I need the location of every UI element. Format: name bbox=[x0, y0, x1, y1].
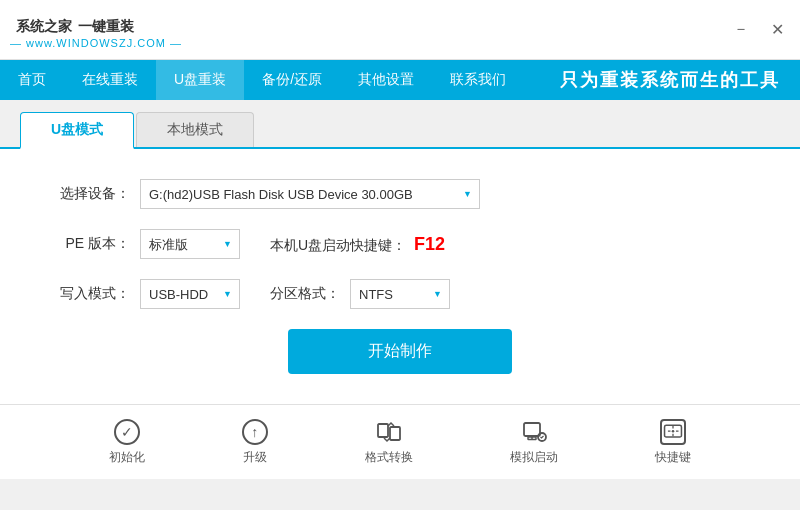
partition-select-wrapper[interactable]: NTFS bbox=[350, 279, 450, 309]
pe-version-label: PE 版本： bbox=[50, 235, 130, 253]
pe-version-select[interactable]: 标准版 bbox=[140, 229, 240, 259]
minimize-button[interactable]: － bbox=[727, 17, 755, 42]
svg-rect-2 bbox=[524, 423, 540, 436]
device-label: 选择设备： bbox=[50, 185, 130, 203]
svg-point-7 bbox=[672, 429, 675, 432]
app-name: 系统之家一键重装 bbox=[10, 11, 182, 37]
app-url: — www.WINDOWSZJ.COM — bbox=[10, 37, 182, 49]
write-label: 写入模式： bbox=[50, 285, 130, 303]
nav-bar: 首页 在线重装 U盘重装 备份/还原 其他设置 联系我们 只为重装系统而生的工具 bbox=[0, 60, 800, 100]
start-button[interactable]: 开始制作 bbox=[288, 329, 512, 374]
nav-item-backup[interactable]: 备份/还原 bbox=[244, 60, 340, 100]
nav-item-usb[interactable]: U盘重装 bbox=[156, 60, 244, 100]
btn-row: 开始制作 bbox=[50, 329, 750, 374]
initialize-label: 初始化 bbox=[109, 449, 145, 466]
app-branding: 系统之家一键重装 — www.WINDOWSZJ.COM — bbox=[10, 11, 182, 49]
tool-format-convert[interactable]: 格式转换 bbox=[365, 419, 413, 466]
shortcut-info: 本机U盘启动快捷键： F12 bbox=[270, 234, 445, 255]
shortcut-label: 本机U盘启动快捷键： bbox=[270, 237, 406, 253]
tool-simulate[interactable]: 模拟启动 bbox=[510, 419, 558, 466]
nav-item-home[interactable]: 首页 bbox=[0, 60, 64, 100]
simulate-icon bbox=[521, 419, 547, 445]
tool-initialize[interactable]: ✓ 初始化 bbox=[109, 419, 145, 466]
pe-version-row: PE 版本： 标准版 本机U盘启动快捷键： F12 bbox=[50, 229, 750, 259]
bottom-toolbar: ✓ 初始化 ↑ 升级 格式转换 bbox=[0, 404, 800, 479]
upgrade-label: 升级 bbox=[243, 449, 267, 466]
format-convert-icon bbox=[376, 419, 402, 445]
partition-select[interactable]: NTFS bbox=[350, 279, 450, 309]
title-bar: 系统之家一键重装 — www.WINDOWSZJ.COM — － ✕ bbox=[0, 0, 800, 60]
format-convert-label: 格式转换 bbox=[365, 449, 413, 466]
nav-items: 首页 在线重装 U盘重装 备份/还原 其他设置 联系我们 bbox=[0, 60, 560, 100]
app-name-text: 系统之家 bbox=[16, 18, 72, 34]
initialize-icon: ✓ bbox=[114, 419, 140, 445]
shortcut-key: F12 bbox=[414, 234, 445, 254]
nav-item-settings[interactable]: 其他设置 bbox=[340, 60, 432, 100]
nav-item-online[interactable]: 在线重装 bbox=[64, 60, 156, 100]
tab-local-mode[interactable]: 本地模式 bbox=[136, 112, 254, 147]
pe-version-select-wrapper[interactable]: 标准版 bbox=[140, 229, 240, 259]
tool-shortcut[interactable]: 快捷键 bbox=[655, 419, 691, 466]
device-row: 选择设备： G:(hd2)USB Flash Disk USB Device 3… bbox=[50, 179, 750, 209]
nav-item-contact[interactable]: 联系我们 bbox=[432, 60, 524, 100]
device-select-wrapper[interactable]: G:(hd2)USB Flash Disk USB Device 30.00GB bbox=[140, 179, 480, 209]
shortcut-label-text: 快捷键 bbox=[655, 449, 691, 466]
app-tagline: 一键重装 bbox=[78, 18, 134, 34]
partition-label: 分区格式： bbox=[260, 285, 340, 303]
simulate-label: 模拟启动 bbox=[510, 449, 558, 466]
tab-usb-mode[interactable]: U盘模式 bbox=[20, 112, 134, 149]
write-mode-select-wrapper[interactable]: USB-HDD bbox=[140, 279, 240, 309]
svg-rect-1 bbox=[390, 427, 400, 440]
window-controls: － ✕ bbox=[727, 17, 790, 42]
close-button[interactable]: ✕ bbox=[765, 18, 790, 41]
svg-rect-0 bbox=[378, 424, 388, 437]
tabs-row: U盘模式 本地模式 bbox=[0, 100, 800, 149]
write-mode-row: 写入模式： USB-HDD 分区格式： NTFS bbox=[50, 279, 750, 309]
device-select[interactable]: G:(hd2)USB Flash Disk USB Device 30.00GB bbox=[140, 179, 480, 209]
write-mode-select[interactable]: USB-HDD bbox=[140, 279, 240, 309]
upgrade-icon: ↑ bbox=[242, 419, 268, 445]
shortcut-icon bbox=[660, 419, 686, 445]
content-wrapper: U盘模式 本地模式 选择设备： G:(hd2)USB Flash Disk US… bbox=[0, 100, 800, 510]
nav-slogan: 只为重装系统而生的工具 bbox=[560, 68, 800, 92]
form-area: 选择设备： G:(hd2)USB Flash Disk USB Device 3… bbox=[0, 149, 800, 404]
tool-upgrade[interactable]: ↑ 升级 bbox=[242, 419, 268, 466]
